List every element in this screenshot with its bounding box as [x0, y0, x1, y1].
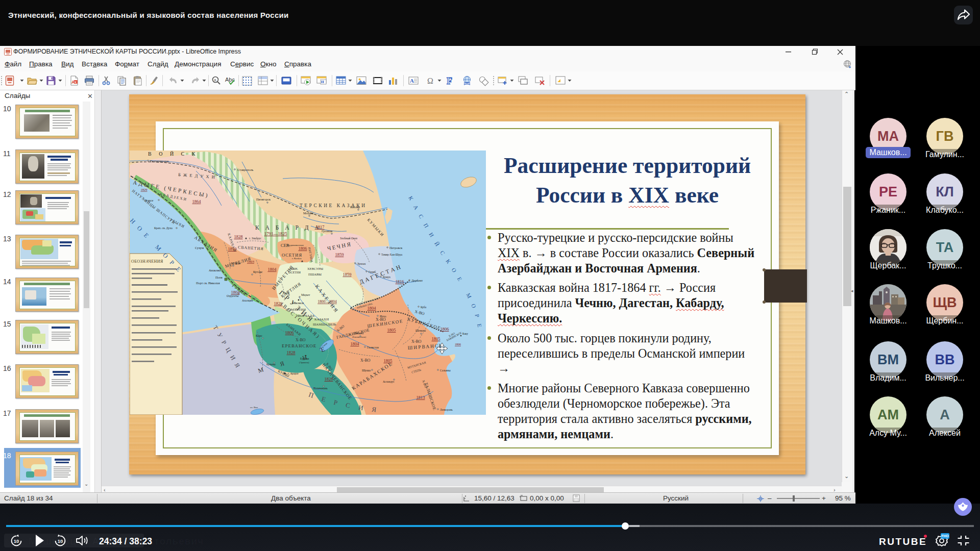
svg-text:ЮЖН.: ЮЖН.	[289, 267, 298, 270]
svg-text:г. Эльбрус: г. Эльбрус	[249, 237, 261, 240]
svg-text:Поти: Поти	[215, 276, 223, 279]
svg-text:1859: 1859	[335, 252, 344, 257]
svg-text:Креп. св. Духа: Креп. св. Духа	[154, 227, 173, 230]
svg-text:1800—1804: 1800—1804	[317, 299, 337, 304]
svg-text:Екатеринодар: Екатеринодар	[150, 159, 169, 163]
svg-text:Дербент: Дербент	[411, 279, 423, 282]
svg-text:1806: 1806	[455, 343, 461, 346]
svg-text:Нахичевань: Нахичевань	[313, 387, 328, 390]
svg-text:Владикавказская: Владикавказская	[287, 244, 304, 246]
svg-text:ПШАВЫ: ПШАВЫ	[308, 272, 322, 276]
svg-text:Х-ВО: Х-ВО	[360, 358, 371, 363]
svg-text:1864: 1864	[192, 199, 202, 204]
svg-text:Кульпы: Кульпы	[266, 363, 276, 366]
svg-text:1804: 1804	[368, 306, 377, 311]
svg-text:1816: 1816	[396, 279, 404, 284]
svg-text:Кумух: Кумух	[383, 276, 390, 279]
svg-text:Озургеты: Озургеты	[227, 294, 239, 297]
svg-text:г. Арарат: г. Арарат	[288, 372, 299, 375]
svg-text:Ереван: Ереван	[300, 357, 309, 360]
svg-text:БОРЧАЛА: БОРЧАЛА	[298, 314, 314, 318]
svg-text:Туапсе: Туапсе	[144, 198, 154, 202]
svg-text:Карс: Карс	[256, 334, 262, 337]
svg-text:Ω: Ω	[427, 77, 433, 85]
svg-text:1806: 1806	[440, 327, 449, 332]
svg-text:1804: 1804	[268, 267, 277, 272]
svg-text:ОСЕТИЯ: ОСЕТИЯ	[288, 271, 301, 274]
svg-text:1805: 1805	[384, 358, 393, 363]
svg-text:(Елизаветполь): (Елизаветполь)	[352, 336, 366, 338]
svg-text:▾: ▾	[75, 81, 76, 84]
svg-text:ШАМШАДИЛЬ: ШАМШАДИЛЬ	[313, 322, 336, 326]
svg-text:К А Б А Р Д А: К А Б А Р Д А	[255, 224, 321, 231]
svg-text:В О Й С К: В О Й С К	[148, 151, 198, 157]
svg-text:Гори: Гори	[283, 291, 289, 294]
svg-text:10: 10	[14, 538, 19, 544]
svg-text:1828: 1828	[234, 234, 243, 239]
svg-text:Моздок: Моздок	[303, 211, 314, 215]
svg-text:1804: 1804	[351, 341, 360, 346]
svg-text:Шуша: Шуша	[362, 368, 371, 372]
svg-text:A: A	[410, 78, 414, 84]
svg-text:КАЗАХИ: КАЗАХИ	[314, 317, 329, 321]
svg-text:(Эривань): (Эривань)	[299, 361, 309, 364]
svg-text:Сальяны: Сальяны	[440, 369, 451, 372]
svg-text:Ахалцих: Ахалцих	[242, 299, 253, 302]
svg-text:Грозная: Грозная	[322, 229, 332, 233]
svg-text:Гюлистан: Гюлистан	[367, 346, 379, 349]
svg-text:Х-ВО: Х-ВО	[411, 339, 422, 344]
svg-text:Гуниб: Гуниб	[369, 270, 376, 273]
svg-text:Кизляр: Кизляр	[350, 205, 360, 209]
svg-text:1806: 1806	[285, 330, 294, 335]
svg-text:1791—1825: 1791—1825	[264, 231, 288, 236]
svg-text:1810: 1810	[228, 246, 237, 252]
svg-text:F: F	[447, 76, 452, 86]
svg-text:Нуха: Нуха	[380, 315, 386, 318]
svg-text:Куба: Куба	[421, 306, 427, 309]
svg-text:10: 10	[58, 538, 63, 544]
svg-text:Хунзах: Хунзах	[357, 262, 366, 265]
svg-text:ОБОЗНАЧЕНИЯ: ОБОЗНАЧЕНИЯ	[131, 259, 163, 264]
svg-text:Шемаха: Шемаха	[415, 329, 426, 332]
svg-text:a: a	[214, 78, 216, 82]
svg-text:1813: 1813	[416, 395, 425, 400]
svg-text:1803: 1803	[247, 260, 255, 264]
svg-text:Темир-Хан-Шура: Темир-Хан-Шура	[381, 253, 403, 256]
svg-text:Ленкорань: Ленкорань	[440, 408, 453, 411]
svg-text:Порт св. Николая: Порт св. Николая	[196, 281, 220, 285]
svg-text:1828: 1828	[325, 377, 333, 382]
svg-text:Баку: Баку	[462, 332, 468, 335]
svg-text:1806: 1806	[299, 246, 307, 251]
svg-text:Сухум: Сухум	[195, 246, 204, 249]
svg-text:Х-ВО: Х-ВО	[296, 338, 306, 342]
svg-text:1805: 1805	[387, 328, 396, 333]
svg-text:г. Казбек: г. Казбек	[292, 257, 302, 260]
svg-text:1829: 1829	[274, 301, 283, 306]
svg-text:Гянджа: Гянджа	[354, 332, 364, 335]
svg-text:1828: 1828	[287, 350, 296, 355]
svg-text:ХЕВСУРЫ: ХЕВСУРЫ	[307, 267, 323, 270]
svg-text:1859: 1859	[343, 272, 352, 277]
svg-text:1805: 1805	[432, 336, 440, 341]
svg-text:Зугдиди: Зугдиди	[231, 262, 240, 265]
svg-text:Петровск: Петровск	[389, 246, 403, 249]
svg-text:Анаклиа: Анаклиа	[209, 268, 220, 272]
svg-text:Ставрополь: Ставрополь	[237, 168, 254, 171]
svg-text:Кутаис: Кутаис	[253, 270, 263, 273]
svg-text:СОМХЕТИЯ: СОМХЕТИЯ	[286, 308, 306, 312]
svg-text:Мцхет: Мцхет	[301, 293, 310, 296]
svg-text:Злобный Окоп: Злобный Окоп	[340, 237, 357, 240]
svg-text:Тбилиси: Тбилиси	[292, 301, 304, 305]
svg-text:Abc: Abc	[225, 77, 235, 83]
svg-text:ЕРЕВАНСКОЕ: ЕРЕВАНСКОЕ	[282, 343, 316, 348]
svg-text:1829: 1829	[141, 188, 148, 191]
svg-text:Асландуз: Асландуз	[383, 380, 394, 383]
svg-text:Пятигорск: Пятигорск	[256, 197, 271, 201]
svg-text:оз. Ван: оз. Ван	[250, 406, 258, 409]
